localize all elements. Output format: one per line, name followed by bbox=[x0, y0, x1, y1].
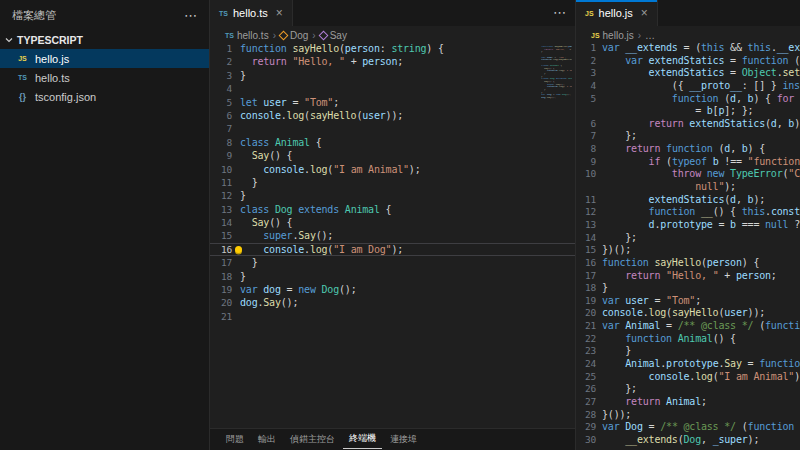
code-line[interactable]: 21 bbox=[210, 310, 575, 323]
code-line[interactable]: 5 function (d, b) { for (var p in b) if … bbox=[576, 93, 800, 106]
code-line[interactable]: 19var user = "Tom"; bbox=[576, 295, 800, 308]
code-line[interactable]: 21var Animal = /** @class */ (function (… bbox=[576, 320, 800, 333]
code-line[interactable]: 20dog.Say(); bbox=[210, 296, 575, 309]
breadcrumb-item-…[interactable]: … bbox=[645, 30, 655, 41]
breadcrumb-item-Say[interactable]: Say bbox=[320, 30, 347, 41]
code-line[interactable]: 4 bbox=[210, 82, 575, 95]
code-line[interactable]: 17 } bbox=[210, 256, 575, 269]
file-name: hello.js bbox=[35, 53, 69, 65]
code-line[interactable]: 2 var extendStatics = function (d, b) { bbox=[576, 55, 800, 68]
line-number: 21 bbox=[576, 320, 602, 333]
line-number: 18 bbox=[576, 282, 602, 295]
panel-tab-problems[interactable]: 問題 bbox=[220, 431, 250, 449]
panel-tab-terminal[interactable]: 終端機 bbox=[343, 430, 382, 449]
line-number: 17 bbox=[210, 256, 240, 269]
panel-tabbar: 問題輸出偵錯主控台終端機連接埠 bbox=[210, 428, 575, 450]
code-line[interactable]: 16 console.log("I am Dog"); bbox=[210, 243, 575, 256]
code-line[interactable]: 11 extendStatics(d, b); bbox=[576, 194, 800, 207]
editor-hello-ts[interactable]: 1function sayHello(person: string) {2 re… bbox=[210, 42, 575, 428]
code-line[interactable]: 2 return "Hello, " + person; bbox=[210, 55, 575, 68]
tab-hello-js[interactable]: JS hello.js × bbox=[576, 0, 658, 26]
line-number: 10 bbox=[210, 163, 240, 176]
code-line[interactable]: 26 }; bbox=[576, 383, 800, 396]
line-number: 16 bbox=[576, 257, 602, 270]
explorer-title: 檔案總管 bbox=[12, 8, 56, 23]
line-number: 19 bbox=[210, 283, 240, 296]
code-line[interactable]: 1function sayHello(person: string) { bbox=[210, 42, 575, 55]
tabbar-right: JS hello.js × bbox=[576, 0, 800, 27]
code-line[interactable]: 23 } bbox=[576, 345, 800, 358]
line-number bbox=[576, 181, 602, 194]
breadcrumb-item-Dog[interactable]: Dog bbox=[280, 30, 308, 41]
code-line[interactable]: 8 return function (d, b) { bbox=[576, 143, 800, 156]
line-number: 1 bbox=[576, 42, 602, 55]
editor-group-hello-js: JS hello.js × JShello.js›… 1var __extend… bbox=[576, 0, 800, 450]
explorer-section-typescript[interactable]: TYPESCRIPT bbox=[0, 30, 209, 49]
code-line[interactable]: = b[p]; }; bbox=[576, 105, 800, 118]
file-list: JShello.jsTShello.ts{}tsconfig.json bbox=[0, 49, 209, 106]
code-line[interactable]: 3} bbox=[210, 69, 575, 82]
code-line[interactable]: 3 extendStatics = Object.setPrototypeOf … bbox=[576, 67, 800, 80]
code-line[interactable]: 15})(); bbox=[576, 244, 800, 257]
tab-label: hello.ts bbox=[233, 7, 268, 19]
line-number: 11 bbox=[576, 194, 602, 207]
line-number: 1 bbox=[210, 42, 240, 55]
code-line[interactable]: 4 ({ __proto__: [] } instanceof Array &&… bbox=[576, 80, 800, 93]
breadcrumb-hello-js: JShello.js›… bbox=[576, 27, 800, 43]
breadcrumb-item-hello.js[interactable]: JShello.js bbox=[591, 30, 634, 41]
code-line[interactable]: 10 console.log("I am Animal"); bbox=[210, 163, 575, 176]
code-line[interactable]: 14 Say() { bbox=[210, 216, 575, 229]
editor-actions-more-icon[interactable]: ⋯ bbox=[553, 6, 566, 19]
editor-hello-js[interactable]: 1var __extends = (this && this.__extends… bbox=[576, 42, 800, 450]
code-line[interactable]: 24 Animal.prototype.Say = function () { bbox=[576, 358, 800, 371]
code-line[interactable]: 22 function Animal() { bbox=[576, 333, 800, 346]
code-line[interactable]: 12 function __() { this.constructor = d;… bbox=[576, 206, 800, 219]
code-line[interactable]: 1var __extends = (this && this.__extends… bbox=[576, 42, 800, 55]
code-line[interactable]: 20console.log(sayHello(user)); bbox=[576, 307, 800, 320]
code-line[interactable]: 13 d.prototype = b === null ? Object.cre… bbox=[576, 219, 800, 232]
code-line[interactable]: 11 } bbox=[210, 176, 575, 189]
panel-tab-ports[interactable]: 連接埠 bbox=[384, 431, 423, 449]
explorer-more-icon[interactable]: ⋯ bbox=[184, 9, 197, 22]
code-line[interactable]: 29var Dog = /** @class */ (function (_su… bbox=[576, 421, 800, 434]
file-name: hello.ts bbox=[35, 72, 70, 84]
code-line[interactable]: 9 Say() { bbox=[210, 149, 575, 162]
close-icon[interactable]: × bbox=[641, 6, 648, 20]
code-line[interactable]: 7 bbox=[210, 122, 575, 135]
line-number: 13 bbox=[210, 203, 240, 216]
code-line[interactable]: 8class Animal { bbox=[210, 136, 575, 149]
lightbulb-icon[interactable] bbox=[235, 246, 242, 253]
code-line[interactable]: 9 if (typeof b !== "function" && b !== n… bbox=[576, 156, 800, 169]
panel-tab-output[interactable]: 輸出 bbox=[252, 431, 282, 449]
file-item-hello.js[interactable]: JShello.js bbox=[0, 49, 209, 68]
code-line[interactable]: 6console.log(sayHello(user)); bbox=[210, 109, 575, 122]
code-line[interactable]: null"); bbox=[576, 181, 800, 194]
breadcrumb-item-hello.ts[interactable]: TShello.ts bbox=[225, 30, 269, 41]
code-line[interactable]: 10 throw new TypeError("Class extends va… bbox=[576, 168, 800, 181]
code-line[interactable]: 27 return Animal; bbox=[576, 396, 800, 409]
minimap[interactable]: function sayHello(person: string) { retu… bbox=[541, 46, 572, 102]
tab-hello-ts[interactable]: TS hello.ts × bbox=[210, 0, 293, 26]
code-line[interactable]: 12} bbox=[210, 189, 575, 202]
code-line[interactable]: 5let user = "Tom"; bbox=[210, 96, 575, 109]
code-line[interactable]: 28}()); bbox=[576, 409, 800, 422]
code-line[interactable]: 18} bbox=[210, 270, 575, 283]
code-line[interactable]: 30 __extends(Dog, _super); bbox=[576, 434, 800, 447]
code-line[interactable]: 15 super.Say(); bbox=[210, 229, 575, 242]
code-line[interactable]: 17 return "Hello, " + person; bbox=[576, 270, 800, 283]
code-line[interactable]: 25 console.log("I am Animal"); bbox=[576, 371, 800, 384]
chevron-down-icon bbox=[5, 36, 13, 44]
class-symbol-icon bbox=[279, 30, 289, 40]
line-number: 30 bbox=[576, 434, 602, 447]
code-line[interactable]: 13class Dog extends Animal { bbox=[210, 203, 575, 216]
file-item-hello.ts[interactable]: TShello.ts bbox=[0, 68, 209, 87]
file-item-tsconfig.json[interactable]: {}tsconfig.json bbox=[0, 87, 209, 106]
code-line[interactable]: 14 }; bbox=[576, 232, 800, 245]
code-line[interactable]: 19var dog = new Dog(); bbox=[210, 283, 575, 296]
panel-tab-debug-console[interactable]: 偵錯主控台 bbox=[284, 431, 341, 449]
code-line[interactable]: 16function sayHello(person) { bbox=[576, 257, 800, 270]
code-line[interactable]: 7 }; bbox=[576, 130, 800, 143]
code-line[interactable]: 6 return extendStatics(d, b); bbox=[576, 118, 800, 131]
code-line[interactable]: 18} bbox=[576, 282, 800, 295]
close-icon[interactable]: × bbox=[276, 6, 283, 20]
